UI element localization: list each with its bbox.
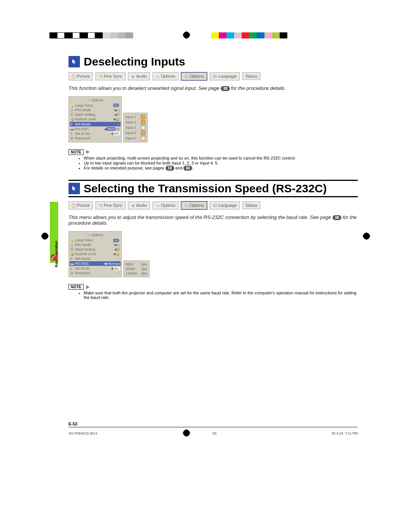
led-icon — [141, 136, 145, 141]
osd-rs232c: Options 💡Lamp Timer24h ▭PRJ Mode◀▭ ☰Stac… — [68, 231, 358, 277]
input-sub-panel: Input 1 Input 2 Input 3 Input 4 Input 5 — [123, 113, 148, 142]
cursor-icon — [68, 56, 80, 67]
tab-finesync[interactable]: Fine Sync — [96, 72, 126, 80]
tab-audio[interactable]: Audio — [128, 72, 150, 80]
section1-heading: Deselecting Inputs — [68, 55, 358, 68]
tab-finesync[interactable]: Fine Sync — [96, 201, 126, 209]
osd-menu-2: Options 💡Lamp Timer24h ▭PRJ Mode◀▭ ☰Stac… — [68, 231, 122, 277]
section1-notes: When stack projecting, multi-screen proj… — [68, 156, 358, 171]
tab-row-1: Picture Fine Sync Audio Options Options … — [68, 72, 358, 81]
section2-title: Selecting the Transmission Speed (RS-232… — [84, 182, 327, 195]
osd-menu-1: Options 💡Lamp Timer24h ▭PRJ Mode◀▭ ☰Stac… — [68, 96, 122, 142]
lamp-icon: 💡 — [70, 238, 74, 242]
led-icon — [141, 125, 145, 130]
svg-point-2 — [213, 75, 217, 77]
tab-status[interactable]: Status — [242, 72, 260, 80]
note-label-row-2: NOTE — [68, 284, 358, 290]
input-icon: ⎚ — [70, 122, 74, 126]
led-icon — [141, 120, 145, 125]
tab-options-2-selected[interactable]: Options — [181, 72, 207, 81]
tab-picture[interactable]: Picture — [68, 72, 93, 80]
svg-point-3 — [72, 204, 75, 208]
page-ref-pill: 38 — [333, 215, 341, 220]
note-arrow-icon — [86, 150, 90, 154]
registration-mark-left-icon — [41, 232, 49, 240]
registration-mark-top-icon — [183, 31, 190, 39]
tab-picture[interactable]: Picture — [68, 201, 93, 209]
tab-language[interactable]: Language — [210, 72, 240, 80]
side-tab: Basic Operation — [50, 202, 58, 263]
led-icon — [141, 115, 145, 119]
id-icon: ▯ — [70, 132, 74, 136]
lock-icon: 🔒 — [70, 252, 74, 256]
svg-point-4 — [213, 204, 217, 207]
side-tab-icon — [51, 254, 57, 260]
stack-icon: ☰ — [70, 113, 74, 117]
password-icon: ⊖ — [70, 271, 74, 275]
baud-sub-panel: 9600bps 38400bps 115200bps — [123, 260, 150, 277]
note-arrow-icon — [86, 285, 90, 289]
password-icon: ⊖ — [70, 136, 74, 140]
section1-title: Deselecting Inputs — [84, 55, 185, 68]
note-label-row: NOTE — [68, 149, 358, 155]
side-tab-label: Basic Operation — [54, 229, 58, 279]
tab-row-2: Picture Fine Sync Audio Options Options … — [68, 201, 358, 210]
note-label: NOTE — [68, 284, 84, 290]
prj-icon: ▭ — [70, 108, 74, 112]
tab-audio[interactable]: Audio — [128, 201, 150, 209]
section2-intro: This menu allows you to adjust the trans… — [68, 214, 358, 226]
tab-status[interactable]: Status — [242, 201, 260, 209]
page-ref-pill: 38 — [221, 86, 229, 91]
section2-notes: Make sure that both the projector and co… — [68, 291, 358, 300]
tab-options-1[interactable]: Options — [153, 201, 178, 209]
section2-heading: Selecting the Transmission Speed (RS-232… — [68, 180, 358, 197]
colorbar-left — [49, 32, 133, 38]
prj-icon: ▭ — [70, 243, 74, 247]
page-number: E-53 — [68, 422, 358, 427]
led-icon — [141, 131, 145, 135]
tab-language[interactable]: Language — [210, 201, 240, 209]
footer-meta: XG-P25X/CD (E)-e 53 02.3.19, 7:11 PM — [68, 431, 358, 435]
osd-deselect-inputs: Options 💡Lamp Timer24h ▭PRJ Mode◀▭ ☰Stac… — [68, 96, 358, 142]
section1-intro: This function allows you to deselect unw… — [68, 85, 358, 91]
svg-point-0 — [52, 259, 53, 260]
input-icon: ⎚ — [70, 257, 74, 260]
cursor-icon — [68, 183, 80, 194]
colorbar-right — [211, 32, 287, 38]
stack-icon: ☰ — [70, 248, 74, 251]
registration-mark-right-icon — [363, 232, 370, 240]
rs232-icon: ▬ — [70, 127, 74, 131]
rs232-icon: ▬ — [70, 262, 74, 265]
lamp-icon: 💡 — [70, 104, 74, 107]
note-label: NOTE — [68, 149, 84, 155]
tab-options-1[interactable]: Options — [153, 72, 178, 80]
svg-point-1 — [72, 75, 75, 78]
registration-mark-bottom-icon — [183, 429, 190, 437]
id-icon: ▯ — [70, 267, 74, 270]
tab-options-2-selected[interactable]: Options — [181, 201, 207, 210]
lock-icon: 🔒 — [70, 117, 74, 121]
